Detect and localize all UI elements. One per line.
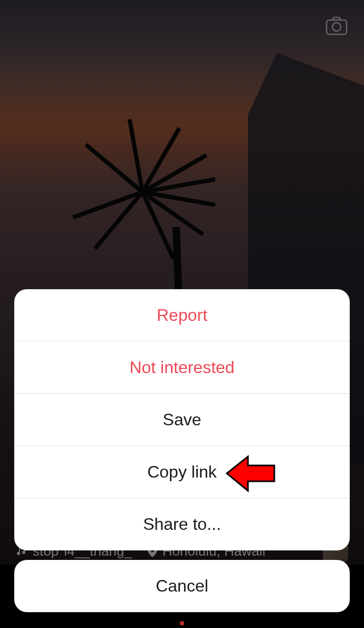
action-sheet: Report Not interested Save Copy link Sha… bbox=[14, 289, 350, 550]
cancel-button[interactable]: Cancel bbox=[14, 560, 350, 612]
share-to-button[interactable]: Share to... bbox=[14, 498, 350, 550]
cancel-label: Cancel bbox=[156, 576, 208, 596]
save-button[interactable]: Save bbox=[14, 394, 350, 446]
copy-link-button[interactable]: Copy link bbox=[14, 446, 350, 498]
pagination-dot bbox=[180, 621, 184, 625]
save-label: Save bbox=[163, 410, 202, 430]
report-label: Report bbox=[157, 306, 207, 325]
share-to-label: Share to... bbox=[143, 515, 221, 534]
not-interested-label: Not interested bbox=[129, 358, 234, 377]
not-interested-button[interactable]: Not interested bbox=[14, 341, 350, 394]
report-button[interactable]: Report bbox=[14, 289, 350, 341]
copy-link-label: Copy link bbox=[147, 462, 217, 482]
